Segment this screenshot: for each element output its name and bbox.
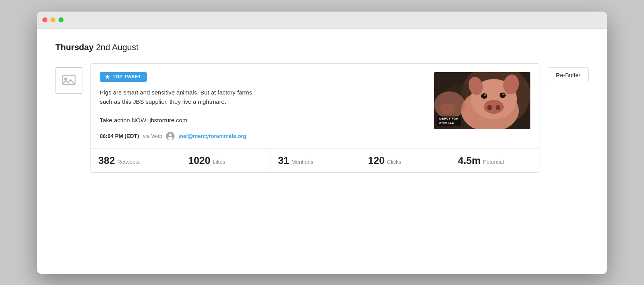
stat-number: 31: [278, 155, 289, 165]
tweet-image: MERCY FOR ANIMALS: [434, 72, 530, 129]
stat-number: 382: [98, 155, 115, 165]
svg-point-4: [168, 137, 173, 140]
rebuffer-button[interactable]: Re-Buffer: [548, 67, 589, 83]
tweet-card: ★ TOP TWEET Pigs are smart and sensitive…: [90, 63, 540, 173]
page-title: Thursday 2nd August: [55, 42, 589, 52]
svg-point-13: [484, 94, 486, 96]
tweet-via: via Web: [143, 133, 162, 139]
stats-row: 382Retweets1020Likes31Mentions120Clicks4…: [91, 148, 540, 172]
minimize-button[interactable]: [50, 17, 55, 22]
tweet-image-inner: MERCY FOR ANIMALS: [434, 72, 530, 129]
stat-label: Likes: [213, 159, 225, 165]
close-button[interactable]: [42, 17, 47, 22]
card-row: ★ TOP TWEET Pigs are smart and sensitive…: [55, 63, 589, 173]
svg-point-14: [500, 93, 506, 98]
tweet-time: 06:04 PM (EDT): [100, 133, 139, 139]
svg-point-3: [169, 133, 172, 136]
svg-point-15: [502, 93, 505, 95]
titlebar: [37, 12, 607, 29]
stat-cell: 31Mentions: [270, 148, 360, 172]
stat-cell: 1020Likes: [180, 148, 270, 172]
stat-label: Retweets: [117, 159, 139, 165]
svg-point-17: [487, 105, 492, 110]
svg-point-20: [440, 103, 455, 114]
top-tweet-badge: ★ TOP TWEET: [100, 72, 147, 82]
stat-label: Potential: [483, 159, 504, 165]
stat-number: 120: [368, 155, 384, 165]
stat-number: 4.5m: [458, 155, 481, 165]
user-avatar: [166, 132, 174, 140]
stat-cell: 120Clicks: [360, 148, 450, 172]
stat-label: Clicks: [387, 159, 401, 165]
svg-point-12: [481, 93, 487, 99]
image-watermark: MERCY FOR ANIMALS: [437, 116, 461, 126]
main-content: Thursday 2nd August ★ TOP TWEET: [37, 29, 607, 274]
stat-cell: 382Retweets: [91, 148, 180, 172]
avatar-placeholder: [55, 67, 82, 94]
card-body: ★ TOP TWEET Pigs are smart and sensitive…: [91, 64, 540, 148]
stat-number: 1020: [188, 155, 210, 165]
tweet-username[interactable]: joel@mercyforanimals.org: [178, 133, 246, 139]
maximize-button[interactable]: [59, 17, 64, 22]
top-tweet-label: TOP TWEET: [113, 74, 141, 79]
traffic-lights: [42, 17, 64, 22]
stat-label: Mentions: [292, 159, 314, 165]
card-text-area: ★ TOP TWEET Pigs are smart and sensitive…: [100, 72, 426, 140]
tweet-meta: 06:04 PM (EDT) via Web joel@mercyforanim…: [100, 132, 426, 140]
svg-point-18: [496, 105, 500, 110]
tweet-text: Pigs are smart and sensitive animals. Bu…: [100, 88, 426, 125]
star-icon: ★: [105, 74, 110, 80]
day-date: 2nd August: [96, 42, 138, 52]
stat-cell: 4.5mPotential: [450, 148, 540, 172]
svg-point-16: [484, 100, 504, 114]
day-name: Thursday: [55, 42, 94, 52]
app-window: Thursday 2nd August ★ TOP TWEET: [37, 12, 607, 274]
